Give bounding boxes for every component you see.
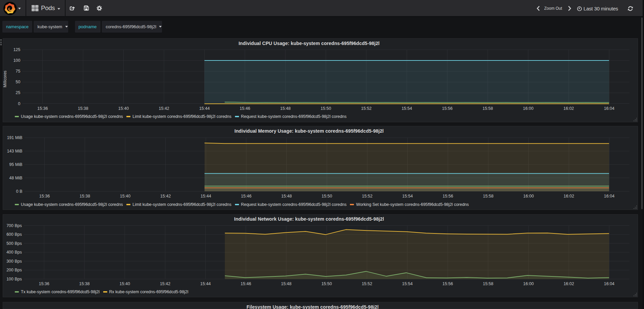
svg-text:16:02: 16:02: [564, 194, 574, 198]
svg-text:15:48: 15:48: [280, 106, 290, 111]
svg-text:0: 0: [18, 101, 21, 106]
svg-text:16:00: 16:00: [523, 106, 533, 111]
svg-text:Millicores: Millicores: [3, 71, 7, 87]
svg-text:400 Bps: 400 Bps: [6, 250, 22, 255]
svg-text:16:04: 16:04: [604, 281, 614, 286]
svg-text:16:02: 16:02: [563, 106, 574, 111]
svg-text:191 MiB: 191 MiB: [7, 135, 23, 140]
svg-text:15:52: 15:52: [361, 106, 371, 111]
svg-text:15:54: 15:54: [402, 281, 412, 286]
svg-text:15:44: 15:44: [201, 194, 211, 198]
svg-text:15:56: 15:56: [442, 281, 453, 286]
svg-text:100 Bps: 100 Bps: [6, 276, 22, 281]
svg-text:15:46: 15:46: [241, 194, 251, 198]
svg-text:16:04: 16:04: [604, 106, 614, 111]
svg-text:15:36: 15:36: [39, 281, 49, 286]
svg-text:15:48: 15:48: [281, 194, 292, 198]
svg-text:15:50: 15:50: [321, 281, 332, 286]
svg-text:500 Bps: 500 Bps: [6, 241, 22, 246]
svg-text:15:56: 15:56: [443, 194, 453, 198]
svg-text:15:40: 15:40: [118, 106, 129, 111]
svg-text:15:58: 15:58: [483, 194, 493, 198]
svg-text:125: 125: [13, 47, 21, 52]
svg-text:100: 100: [13, 58, 21, 63]
svg-text:15:36: 15:36: [39, 194, 50, 198]
svg-text:15:52: 15:52: [362, 194, 372, 198]
svg-text:15:52: 15:52: [362, 281, 372, 286]
svg-text:15:44: 15:44: [200, 281, 211, 286]
svg-text:15:48: 15:48: [281, 281, 291, 286]
svg-text:15:50: 15:50: [321, 106, 331, 111]
svg-text:700 Bps: 700 Bps: [6, 223, 22, 228]
svg-text:95 MiB: 95 MiB: [9, 162, 23, 167]
svg-text:15:38: 15:38: [79, 281, 89, 286]
svg-text:0 B: 0 B: [16, 189, 23, 194]
svg-text:143 MiB: 143 MiB: [7, 149, 23, 153]
svg-text:15:42: 15:42: [159, 106, 169, 111]
svg-text:15:40: 15:40: [120, 281, 130, 286]
svg-text:15:56: 15:56: [442, 106, 452, 111]
svg-text:15:36: 15:36: [37, 106, 48, 111]
svg-text:75: 75: [16, 69, 21, 74]
svg-text:15:44: 15:44: [199, 106, 210, 111]
svg-text:15:58: 15:58: [482, 106, 493, 111]
svg-text:48 MiB: 48 MiB: [9, 176, 23, 180]
svg-text:600 Bps: 600 Bps: [6, 232, 22, 237]
svg-text:15:38: 15:38: [78, 106, 88, 111]
svg-text:25: 25: [16, 90, 21, 95]
svg-text:15:54: 15:54: [402, 106, 412, 111]
svg-text:15:46: 15:46: [241, 281, 251, 286]
svg-text:15:50: 15:50: [322, 194, 332, 198]
svg-text:200 Bps: 200 Bps: [6, 268, 22, 272]
svg-text:50: 50: [16, 80, 21, 84]
svg-text:15:54: 15:54: [402, 194, 413, 198]
svg-text:16:00: 16:00: [523, 194, 534, 198]
svg-text:15:42: 15:42: [160, 281, 170, 286]
svg-text:15:46: 15:46: [240, 106, 250, 111]
svg-text:16:02: 16:02: [564, 281, 574, 286]
svg-text:15:42: 15:42: [160, 194, 171, 198]
svg-text:15:58: 15:58: [483, 281, 493, 286]
svg-text:300 Bps: 300 Bps: [6, 259, 22, 263]
svg-text:16:00: 16:00: [523, 281, 534, 286]
svg-text:15:40: 15:40: [120, 194, 130, 198]
svg-text:16:04: 16:04: [604, 194, 614, 198]
svg-text:15:38: 15:38: [80, 194, 90, 198]
